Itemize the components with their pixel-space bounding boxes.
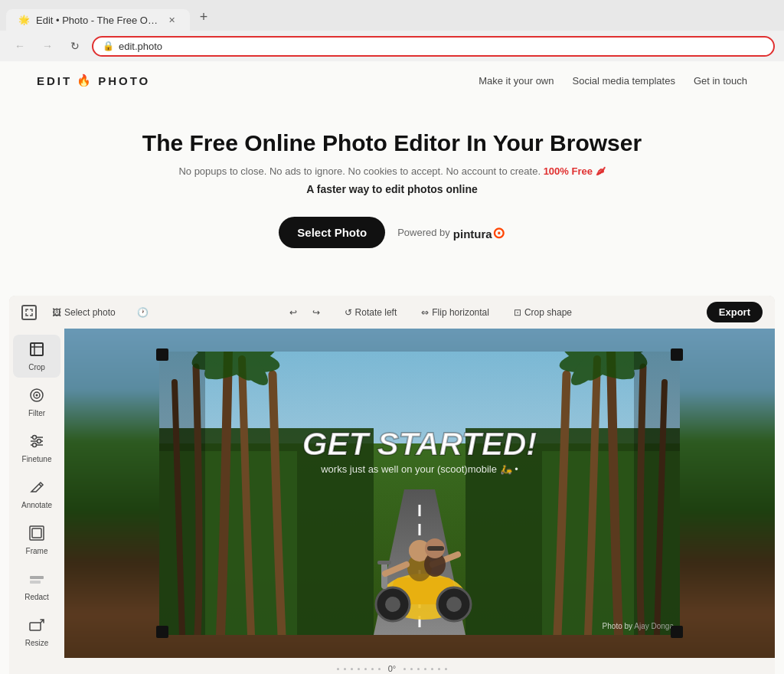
nav-links: Make it your own Social media templates … bbox=[479, 75, 747, 87]
rot-dot-12 bbox=[431, 668, 433, 670]
select-photo-hero-button[interactable]: Select Photo bbox=[279, 217, 385, 248]
rot-dot-8 bbox=[403, 668, 406, 670]
powered-by: Powered by pintura⊙ bbox=[397, 224, 505, 242]
nav-link-social-media[interactable]: Social media templates bbox=[572, 75, 675, 87]
rot-dot-6 bbox=[371, 668, 374, 670]
rotate-left-button[interactable]: ↺ Rotate left bbox=[338, 304, 403, 321]
svg-point-5 bbox=[36, 394, 38, 397]
tool-crop[interactable]: Crop bbox=[13, 335, 60, 378]
rot-dot-11 bbox=[424, 668, 426, 670]
tool-resize[interactable]: Resize bbox=[13, 610, 60, 653]
expand-icon[interactable] bbox=[21, 305, 37, 320]
svg-text:works just as well on your (sc: works just as well on your (scoot)mobile… bbox=[320, 463, 518, 476]
navbar: EDIT 🔥 PHOTO Make it your own Social med… bbox=[0, 61, 784, 100]
svg-rect-17 bbox=[30, 623, 41, 630]
pintura-dot-icon: ⊙ bbox=[492, 224, 505, 241]
rotation-value: 0° bbox=[388, 664, 397, 673]
filter-tool-icon bbox=[28, 387, 45, 407]
rot-dot-13 bbox=[438, 668, 440, 670]
address-url: edit.photo bbox=[119, 41, 162, 52]
logo-photo: PHOTO bbox=[98, 74, 150, 87]
redo-icon: ↪ bbox=[312, 307, 320, 318]
tab-title: Edit • Photo - The Free Online Ph... bbox=[36, 15, 159, 26]
svg-point-10 bbox=[38, 440, 41, 443]
finetune-tool-icon bbox=[28, 433, 45, 453]
canvas-area[interactable]: GET STARTED! works just as well on your … bbox=[64, 329, 775, 658]
svg-rect-15 bbox=[30, 576, 44, 579]
redo-button[interactable]: ↪ bbox=[306, 304, 326, 321]
export-button[interactable]: Export bbox=[707, 302, 763, 322]
hero-actions: Select Photo Powered by pintura⊙ bbox=[15, 217, 769, 248]
svg-point-45 bbox=[385, 597, 400, 612]
nav-link-get-in-touch[interactable]: Get in touch bbox=[694, 75, 747, 87]
editor-top-toolbar: 🖼 Select photo 🕐 ↩ ↪ ↺ bbox=[9, 296, 775, 329]
finetune-label: Finetune bbox=[22, 455, 52, 463]
redact-tool-icon bbox=[28, 571, 45, 591]
svg-line-12 bbox=[39, 484, 41, 486]
flip-icon: ⇔ bbox=[421, 307, 429, 318]
rot-dot-14 bbox=[445, 668, 447, 670]
history-icon[interactable]: 🕐 bbox=[131, 304, 155, 321]
crop-handle-topleft[interactable] bbox=[156, 348, 168, 361]
editor-toolbar-left: 🖼 Select photo 🕐 bbox=[21, 304, 155, 321]
svg-rect-56 bbox=[427, 546, 444, 551]
select-photo-editor-button[interactable]: 🖼 Select photo bbox=[46, 304, 122, 321]
tool-finetune[interactable]: Finetune bbox=[13, 427, 60, 470]
editor-sidebar: Crop Filter bbox=[9, 329, 64, 658]
rot-dot-10 bbox=[417, 668, 420, 670]
browser-toolbar: ← → ↻ 🔒 edit.photo bbox=[0, 31, 784, 61]
svg-rect-14 bbox=[32, 528, 41, 538]
annotate-label: Annotate bbox=[21, 501, 52, 509]
photo-canvas: GET STARTED! works just as well on your … bbox=[159, 352, 680, 635]
crop-handle-bottomleft[interactable] bbox=[156, 626, 168, 638]
rot-dot-4 bbox=[358, 668, 360, 670]
reload-button[interactable]: ↻ bbox=[64, 35, 86, 57]
redact-label: Redact bbox=[24, 593, 49, 601]
rot-dot-3 bbox=[351, 668, 353, 670]
nav-link-make-it-your-own[interactable]: Make it your own bbox=[479, 75, 554, 87]
history-clock-icon: 🕐 bbox=[137, 307, 149, 318]
undo-redo-group: ↩ ↪ bbox=[283, 304, 326, 321]
crop-toolbar-center: ↩ ↪ ↺ Rotate left ⇔ Flip horizontal ⊡ Cr… bbox=[283, 304, 578, 321]
logo-edit: EDIT bbox=[37, 74, 72, 87]
crop-shape-button[interactable]: ⊡ Crop shape bbox=[508, 304, 578, 321]
resize-tool-icon bbox=[28, 617, 45, 637]
new-tab-button[interactable]: + bbox=[193, 6, 214, 28]
svg-point-11 bbox=[33, 443, 37, 447]
tool-filter[interactable]: Filter bbox=[13, 381, 60, 424]
undo-icon: ↩ bbox=[289, 307, 297, 318]
frame-tool-icon bbox=[28, 525, 45, 545]
photo-image: GET STARTED! works just as well on your … bbox=[159, 352, 680, 635]
filter-label: Filter bbox=[28, 409, 45, 417]
logo-flame-icon: 🔥 bbox=[77, 74, 93, 87]
hero-tagline: A faster way to edit photos online bbox=[15, 183, 769, 195]
rot-dot-7 bbox=[378, 668, 381, 670]
resize-label: Resize bbox=[25, 639, 49, 647]
hero-subtitle: No popups to close. No ads to ignore. No… bbox=[15, 165, 769, 177]
tab-close-button[interactable]: ✕ bbox=[165, 14, 178, 26]
tool-redact[interactable]: Redact bbox=[13, 564, 60, 607]
crop-tool-icon bbox=[28, 341, 45, 362]
active-tab[interactable]: 🌟 Edit • Photo - The Free Online Ph... ✕ bbox=[6, 9, 190, 31]
tool-annotate[interactable]: Annotate bbox=[13, 473, 60, 515]
tool-frame[interactable]: Frame bbox=[13, 519, 60, 561]
crop-handle-bottomright[interactable] bbox=[671, 626, 683, 638]
crop-label: Crop bbox=[28, 363, 45, 371]
address-bar[interactable]: 🔒 edit.photo bbox=[92, 36, 775, 57]
editor-footer: 0° Rotation Zoom bbox=[9, 658, 775, 674]
hero-free-label: 100% Free 🌶 bbox=[544, 165, 606, 177]
undo-button[interactable]: ↩ bbox=[283, 304, 303, 321]
frame-label: Frame bbox=[26, 547, 48, 555]
editor-body: Crop Filter bbox=[9, 329, 775, 658]
back-button[interactable]: ← bbox=[9, 35, 31, 57]
photo-icon: 🖼 bbox=[52, 307, 61, 318]
site-logo[interactable]: EDIT 🔥 PHOTO bbox=[37, 74, 150, 87]
svg-text:GET STARTED!: GET STARTED! bbox=[302, 426, 537, 462]
svg-rect-61 bbox=[634, 352, 680, 635]
crop-handle-topright[interactable] bbox=[671, 348, 683, 361]
svg-rect-49 bbox=[377, 561, 391, 564]
forward-button[interactable]: → bbox=[37, 35, 58, 57]
rot-dot-2 bbox=[344, 668, 346, 670]
page-content: EDIT 🔥 PHOTO Make it your own Social med… bbox=[0, 61, 784, 674]
flip-horizontal-button[interactable]: ⇔ Flip horizontal bbox=[415, 304, 495, 321]
